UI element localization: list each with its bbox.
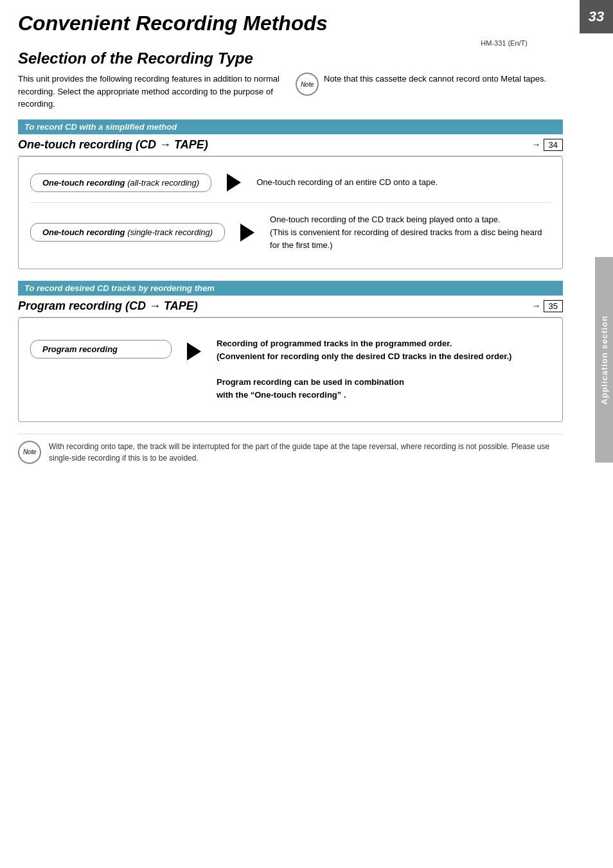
intro-row: This unit provides the following recordi…: [18, 73, 563, 111]
section1-desc-1: One-touch recording of an entire CD onto…: [256, 176, 551, 189]
page-number: 33: [589, 8, 604, 25]
section1-bar: To record CD with a simplified method: [18, 120, 563, 134]
section1-wrapper: To record CD with a simplified method On…: [18, 120, 563, 269]
section2-subsection-title: Program recording (CD → TAPE): [18, 299, 198, 313]
side-tab-label: Application section: [600, 315, 609, 405]
section1-ref: → 34: [532, 139, 563, 151]
section2-wrapper: To record desired CD tracks by reorderin…: [18, 281, 563, 422]
page-wrapper: 33 Application section Convenient Record…: [0, 0, 613, 868]
section2-row-1: Program recording Recording of programme…: [30, 324, 551, 415]
section1-label-1: One-touch recording (all-track recording…: [30, 173, 211, 192]
section1-row-2: One-touch recording (single-track record…: [30, 203, 551, 262]
arrow-icon-2: [240, 224, 254, 242]
section2-ref: → 35: [532, 300, 563, 312]
section1-desc-2: One-touch recording of the CD track bein…: [270, 213, 551, 252]
application-section-tab: Application section: [595, 257, 613, 463]
model-number: HM-331 (En/T): [18, 39, 528, 47]
page-number-box: 33: [580, 0, 613, 33]
section1-subsection-title: One-touch recording (CD → TAPE): [18, 138, 208, 152]
section2-subsection-header: Program recording (CD → TAPE) → 35: [18, 296, 563, 317]
bottom-note-icon: Note: [18, 441, 41, 464]
arrow-icon-1: [227, 173, 241, 191]
section2-desc-1: Recording of programmed tracks in the pr…: [217, 337, 551, 402]
section1-feature-block: One-touch recording (all-track recording…: [18, 156, 563, 269]
section2-bar: To record desired CD tracks by reorderin…: [18, 281, 563, 296]
note-text: Note that this cassette deck cannot reco…: [324, 73, 546, 85]
section1-row-1: One-touch recording (all-track recording…: [30, 163, 551, 203]
bottom-note: Note With recording onto tape, the track…: [18, 434, 563, 464]
intro-paragraph: This unit provides the following recordi…: [18, 74, 280, 109]
section2-label-1: Program recording: [30, 340, 172, 359]
page-title: Convenient Recording Methods: [18, 12, 563, 35]
section1-subsection-header: One-touch recording (CD → TAPE) → 34: [18, 134, 563, 156]
section-title: Selection of the Recording Type: [18, 49, 563, 67]
note-box: Note Note that this cassette deck cannot…: [296, 73, 563, 96]
bottom-note-text: With recording onto tape, the track will…: [49, 441, 563, 464]
intro-text: This unit provides the following recordi…: [18, 73, 285, 111]
note-icon: Note: [296, 73, 319, 96]
arrow-icon-3: [187, 342, 201, 360]
main-content: Convenient Recording Methods HM-331 (En/…: [0, 0, 595, 477]
section2-feature-block: Program recording Recording of programme…: [18, 317, 563, 422]
section1-label-2: One-touch recording (single-track record…: [30, 223, 225, 242]
section1-ref-number: 34: [544, 139, 563, 151]
section2-ref-number: 35: [544, 300, 563, 312]
